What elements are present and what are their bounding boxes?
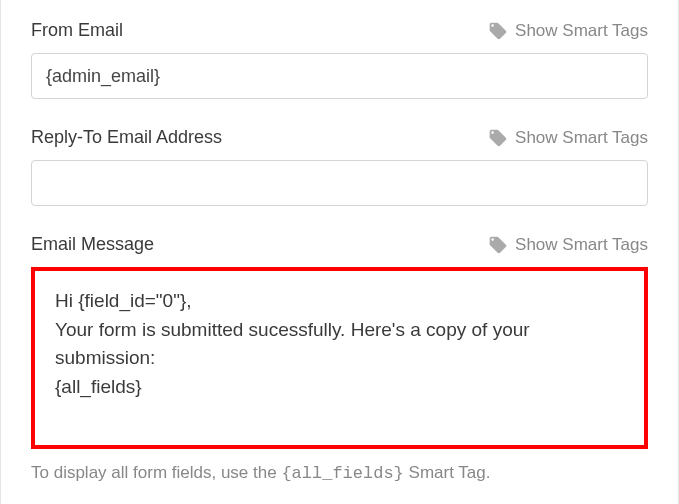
helper-suffix: Smart Tag.: [404, 463, 491, 482]
from-email-input[interactable]: [31, 53, 648, 99]
tag-icon: [488, 235, 508, 255]
from-email-label: From Email: [31, 20, 123, 41]
smart-tags-label: Show Smart Tags: [515, 235, 648, 255]
smart-tags-label: Show Smart Tags: [515, 128, 648, 148]
helper-prefix: To display all form fields, use the: [31, 463, 281, 482]
show-smart-tags-replyto[interactable]: Show Smart Tags: [488, 128, 648, 148]
email-message-label: Email Message: [31, 234, 154, 255]
tag-icon: [488, 128, 508, 148]
helper-text: To display all form fields, use the {all…: [31, 463, 648, 483]
reply-to-group: Reply-To Email Address Show Smart Tags: [31, 127, 648, 206]
show-smart-tags-message[interactable]: Show Smart Tags: [488, 235, 648, 255]
smart-tags-label: Show Smart Tags: [515, 21, 648, 41]
email-message-label-row: Email Message Show Smart Tags: [31, 234, 648, 255]
reply-to-input[interactable]: [31, 160, 648, 206]
from-email-group: From Email Show Smart Tags: [31, 20, 648, 99]
show-smart-tags-from[interactable]: Show Smart Tags: [488, 21, 648, 41]
notification-settings-panel: From Email Show Smart Tags Reply-To Emai…: [0, 0, 679, 504]
email-message-editor[interactable]: Hi {field_id="0"},Your form is submitted…: [31, 267, 648, 449]
reply-to-label-row: Reply-To Email Address Show Smart Tags: [31, 127, 648, 148]
email-message-group: Email Message Show Smart Tags Hi {field_…: [31, 234, 648, 449]
from-email-label-row: From Email Show Smart Tags: [31, 20, 648, 41]
tag-icon: [488, 21, 508, 41]
reply-to-label: Reply-To Email Address: [31, 127, 222, 148]
helper-tag: {all_fields}: [281, 464, 403, 483]
